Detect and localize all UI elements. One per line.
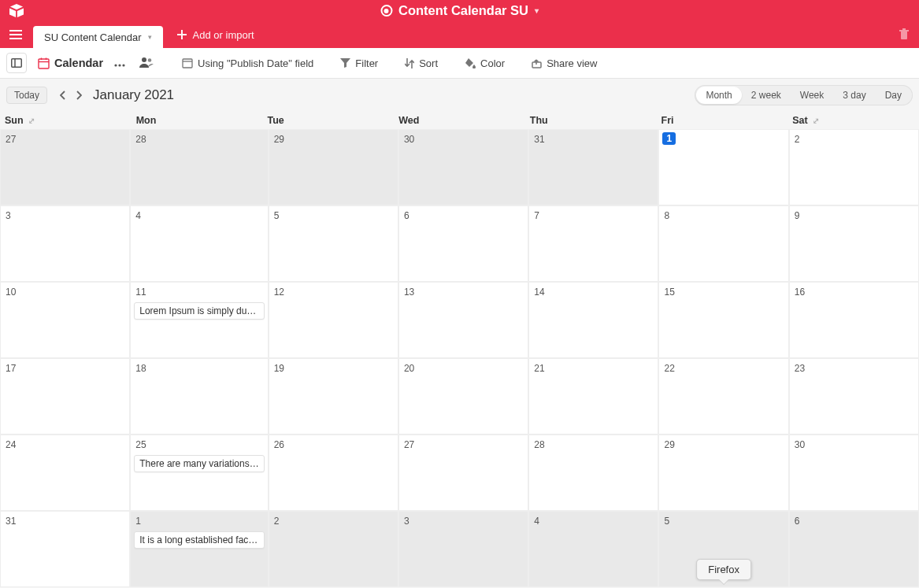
day-number: 24 bbox=[4, 438, 17, 452]
color-button[interactable]: Color bbox=[458, 54, 511, 72]
prev-month-button[interactable] bbox=[55, 87, 71, 103]
calendar-cell[interactable]: 15 bbox=[658, 282, 788, 358]
calendar-cell[interactable]: 16 bbox=[789, 282, 919, 358]
calendar-event[interactable]: There are many variations… bbox=[134, 455, 264, 472]
day-number: 9 bbox=[793, 209, 802, 223]
chevron-down-icon: ▾ bbox=[148, 33, 152, 41]
calendar-cell[interactable]: 4 bbox=[130, 205, 268, 282]
day-header-fri: Fri bbox=[657, 112, 788, 129]
calendar-cell[interactable]: 25There are many variations… bbox=[130, 435, 268, 511]
view-more-icon[interactable] bbox=[109, 57, 130, 69]
workspace-title[interactable]: Content Calendar SU ▾ bbox=[380, 3, 539, 18]
day-header-sat: Sat⤢ bbox=[787, 112, 919, 129]
trash-icon[interactable] bbox=[899, 28, 910, 42]
calendar-cell[interactable]: 3 bbox=[398, 511, 528, 587]
day-number: 17 bbox=[4, 361, 17, 375]
range-month[interactable]: Month bbox=[696, 87, 741, 104]
calendar-cell[interactable]: 30 bbox=[398, 129, 528, 205]
calendar-cell[interactable]: 30 bbox=[789, 435, 919, 511]
svg-rect-16 bbox=[183, 59, 192, 68]
calendar-cell[interactable]: 23 bbox=[789, 358, 919, 435]
calendar-cell[interactable]: 2 bbox=[269, 511, 398, 587]
sort-button[interactable]: Sort bbox=[398, 54, 444, 72]
calendar-cell[interactable]: 13 bbox=[398, 282, 528, 358]
plus-icon bbox=[177, 30, 187, 39]
calendar-cell[interactable]: 10 bbox=[0, 282, 130, 358]
calendar-cell[interactable]: 29 bbox=[269, 129, 398, 205]
svg-point-12 bbox=[118, 64, 120, 66]
share-view-button[interactable]: Share view bbox=[525, 54, 603, 72]
collaborators-icon[interactable] bbox=[133, 57, 160, 70]
calendar-cell[interactable]: 22 bbox=[658, 358, 788, 435]
calendar-cell[interactable]: 6 bbox=[398, 205, 528, 282]
calendar-cell[interactable]: 11Lorem Ipsum is simply du… bbox=[130, 282, 268, 358]
range-3day[interactable]: 3 day bbox=[833, 87, 875, 104]
calendar-cell[interactable]: 28 bbox=[528, 435, 658, 511]
filter-icon bbox=[340, 58, 350, 68]
calendar-cell[interactable]: 31 bbox=[528, 129, 658, 205]
view-name-label: Calendar bbox=[54, 57, 103, 69]
table-tab[interactable]: SU Content Calendar ▾ bbox=[33, 26, 163, 48]
calendar-cell[interactable]: 17 bbox=[0, 358, 130, 435]
day-number: 18 bbox=[134, 361, 147, 375]
today-button[interactable]: Today bbox=[6, 87, 47, 104]
day-number: 8 bbox=[662, 209, 671, 223]
calendar-cell[interactable]: 2 bbox=[789, 129, 919, 205]
calendar-cell[interactable]: 4 bbox=[528, 511, 658, 587]
day-number: 20 bbox=[402, 361, 416, 375]
svg-rect-5 bbox=[12, 59, 22, 68]
filter-label: Filter bbox=[355, 57, 378, 69]
sort-label: Sort bbox=[419, 57, 438, 69]
calendar-event[interactable]: It is a long established fac… bbox=[134, 531, 264, 549]
expand-icon[interactable]: ⤢ bbox=[813, 116, 819, 125]
next-month-button[interactable] bbox=[71, 87, 87, 103]
day-number: 16 bbox=[793, 285, 806, 299]
range-week[interactable]: Week bbox=[791, 87, 833, 104]
calendar-cell[interactable]: 8 bbox=[658, 205, 788, 282]
calendar-cell[interactable]: 29 bbox=[658, 435, 788, 511]
svg-point-14 bbox=[142, 57, 146, 62]
calendar-cell[interactable]: 9 bbox=[789, 205, 919, 282]
calendar-cell[interactable]: 21 bbox=[528, 358, 658, 435]
calendar-cell[interactable]: 6 bbox=[789, 511, 919, 587]
add-or-import-button[interactable]: Add or import bbox=[171, 29, 261, 41]
calendar-cell[interactable]: 27 bbox=[0, 129, 130, 205]
calendar-cell[interactable]: 18 bbox=[130, 358, 268, 435]
day-number: 31 bbox=[4, 514, 17, 528]
day-number: 27 bbox=[402, 438, 416, 452]
calendar-cell[interactable]: 20 bbox=[398, 358, 528, 435]
calendar-cell[interactable]: 1It is a long established fac… bbox=[130, 511, 268, 587]
date-field-button[interactable]: Using "Publish Date" field bbox=[176, 54, 320, 72]
day-number: 1 bbox=[134, 514, 143, 528]
calendar-cell[interactable]: 7 bbox=[528, 205, 658, 282]
calendar-cell[interactable]: 3 bbox=[0, 205, 130, 282]
day-number: 27 bbox=[4, 132, 17, 146]
svg-rect-7 bbox=[39, 59, 49, 68]
svg-rect-1 bbox=[9, 34, 22, 35]
tab-label: SU Content Calendar bbox=[44, 31, 142, 43]
calendar-cell[interactable]: 5 bbox=[269, 205, 398, 282]
calendar-cell[interactable]: 5Firefox bbox=[658, 511, 788, 587]
calendar-cell[interactable]: 24 bbox=[0, 435, 130, 511]
calendar-cell[interactable]: 26 bbox=[269, 435, 398, 511]
calendar-event[interactable]: Lorem Ipsum is simply du… bbox=[134, 302, 264, 320]
calendar-cell[interactable]: 28 bbox=[130, 129, 268, 205]
calendar-cell[interactable]: 27 bbox=[398, 435, 528, 511]
day-number: 15 bbox=[662, 285, 676, 299]
month-title: January 2021 bbox=[93, 87, 174, 103]
calendar-cell[interactable]: 1 bbox=[658, 129, 788, 205]
calendar-cell[interactable]: 31 bbox=[0, 511, 130, 587]
calendar-cell[interactable]: 19 bbox=[269, 358, 398, 435]
view-name-button[interactable]: Calendar bbox=[35, 57, 106, 69]
day-number: 30 bbox=[793, 438, 806, 452]
toggle-sidebar-button[interactable] bbox=[6, 53, 27, 73]
app-logo-icon[interactable] bbox=[8, 4, 25, 18]
expand-icon[interactable]: ⤢ bbox=[28, 116, 35, 125]
chevron-right-icon bbox=[76, 91, 82, 100]
menu-icon[interactable] bbox=[9, 29, 22, 40]
calendar-cell[interactable]: 12 bbox=[269, 282, 398, 358]
filter-button[interactable]: Filter bbox=[334, 54, 384, 72]
range-day[interactable]: Day bbox=[876, 87, 911, 104]
range-2week[interactable]: 2 week bbox=[742, 87, 791, 104]
calendar-cell[interactable]: 14 bbox=[528, 282, 658, 358]
